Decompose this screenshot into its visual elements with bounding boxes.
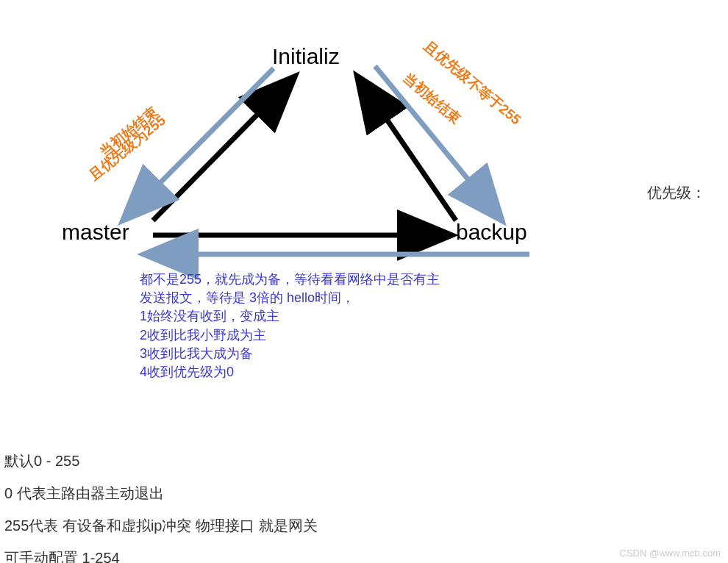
blue-line: 4收到优先级为0: [140, 363, 440, 381]
priority-label: 优先级：: [647, 183, 706, 203]
blue-line: 1始终没有收到，变成主: [140, 307, 440, 326]
priority-default: 默认0 - 255: [4, 450, 79, 472]
priority-manual: 可手动配置 1-254: [4, 547, 120, 563]
node-master: master: [62, 220, 129, 245]
watermark: CSDN @www.mcb.com: [620, 548, 721, 559]
blue-line: 3收到比我大成为备: [140, 345, 440, 363]
node-initialize: Initializ: [272, 44, 340, 69]
blue-line: 2收到比我小野成为主: [140, 326, 440, 345]
state-diagram: Initializ master backup 当初始结束 且优先级为255 当…: [0, 0, 728, 397]
edge-master-to-init: [153, 79, 293, 220]
backup-rules-text: 都不是255，就先成为备，等待看看网络中是否有主 发送报文，等待是 3倍的 he…: [140, 270, 440, 381]
priority-255: 255代表 有设备和虚拟ip冲突 物理接口 就是网关: [4, 514, 318, 537]
blue-line: 发送报文，等待是 3倍的 hello时间，: [140, 289, 440, 307]
blue-line: 都不是255，就先成为备，等待看看网络中是否有主: [140, 270, 440, 289]
node-backup: backup: [456, 220, 527, 245]
priority-zero: 0 代表主路由器主动退出: [4, 482, 164, 504]
